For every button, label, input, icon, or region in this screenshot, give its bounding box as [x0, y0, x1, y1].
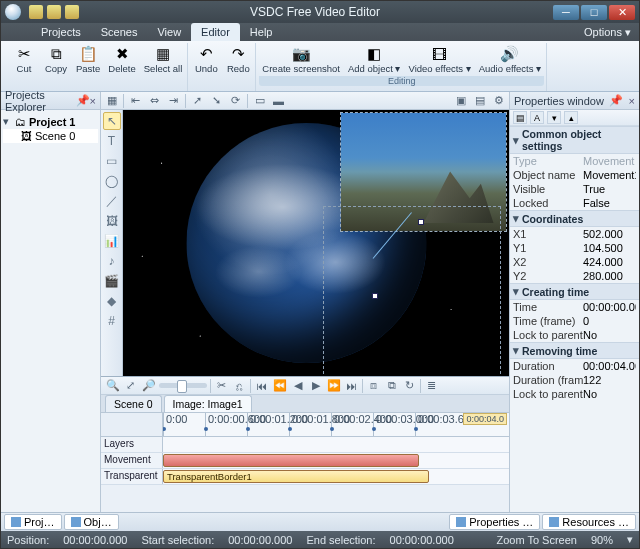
video-effects-button[interactable]: 🎞Video effects ▾: [406, 43, 474, 75]
tab-projects[interactable]: Projects: [31, 23, 91, 41]
prop-row[interactable]: TypeMovement: [510, 154, 639, 168]
ct-rotate-icon[interactable]: ⟳: [228, 93, 243, 108]
ct-align-center-icon[interactable]: ⇔: [147, 93, 162, 108]
close-button[interactable]: ✕: [609, 5, 635, 20]
prop-row[interactable]: Object nameMovement1: [510, 168, 639, 182]
prop-row[interactable]: Lock to parentNo: [510, 328, 639, 342]
prop-row[interactable]: Duration (fram122: [510, 373, 639, 387]
pt-expand-icon[interactable]: ▾: [547, 111, 561, 124]
screenshot-button[interactable]: 📷Create screenshot: [259, 43, 343, 75]
prop-section[interactable]: ▾Creating time: [510, 283, 639, 300]
tl-last-icon[interactable]: ⏭: [344, 378, 359, 393]
prop-row[interactable]: X1502.000: [510, 227, 639, 241]
maximize-button[interactable]: □: [581, 5, 607, 20]
prop-row[interactable]: Duration00:00:04.066: [510, 359, 639, 373]
vt-video-icon[interactable]: 🎬: [103, 272, 121, 290]
tl-tab-scene[interactable]: Scene 0: [105, 395, 162, 412]
undo-button[interactable]: ↶Undo: [191, 43, 221, 75]
btab-resources[interactable]: Resources …: [542, 514, 636, 530]
path-handle-start[interactable]: [418, 219, 424, 225]
status-zoom-dropdown-icon[interactable]: ▾: [627, 533, 633, 546]
project-node[interactable]: ▾🗂Project 1: [3, 114, 98, 129]
vt-image-icon[interactable]: 🖼: [103, 212, 121, 230]
prop-row[interactable]: LockedFalse: [510, 196, 639, 210]
prop-section[interactable]: ▾Removing time: [510, 342, 639, 359]
delete-button[interactable]: ✖Delete: [105, 43, 138, 75]
tl-marker-icon[interactable]: ⧈: [366, 378, 381, 393]
vt-ellipse-icon[interactable]: ◯: [103, 172, 121, 190]
pt-az-icon[interactable]: A: [530, 111, 544, 124]
ct-layer-icon-2[interactable]: ▬: [271, 93, 286, 108]
preview-canvas[interactable]: [123, 110, 509, 376]
tl-zoom-fit-icon[interactable]: ⤢: [123, 378, 138, 393]
ct-align-left-icon[interactable]: ⇤: [128, 93, 143, 108]
tl-zoom-slider[interactable]: [159, 383, 207, 388]
prop-row[interactable]: Time (frame)0: [510, 314, 639, 328]
tl-cut-icon[interactable]: ✂: [214, 378, 229, 393]
properties-pin-icon[interactable]: 📌: [609, 94, 623, 107]
prop-row[interactable]: Y1104.500: [510, 241, 639, 255]
tl-split-icon[interactable]: ⎌: [232, 378, 247, 393]
redo-button[interactable]: ↷Redo: [223, 43, 253, 75]
tab-view[interactable]: View: [147, 23, 191, 41]
tl-zoom-out-icon[interactable]: 🔍: [105, 378, 120, 393]
btab-properties[interactable]: Properties …: [449, 514, 540, 530]
minimize-button[interactable]: ─: [553, 5, 579, 20]
qat-new-icon[interactable]: [29, 5, 43, 19]
tl-fwd-icon[interactable]: ⏩: [326, 378, 341, 393]
audio-effects-button[interactable]: 🔊Audio effects ▾: [476, 43, 544, 75]
tl-back-icon[interactable]: ◀: [290, 378, 305, 393]
ct-grid-icon[interactable]: ▦: [104, 93, 119, 108]
clip-movement[interactable]: [163, 454, 419, 467]
status-zoom-label[interactable]: Zoom To Screen: [496, 534, 577, 546]
prop-row[interactable]: VisibleTrue: [510, 182, 639, 196]
vt-chart-icon[interactable]: 📊: [103, 232, 121, 250]
pt-cat-icon[interactable]: ▤: [513, 111, 527, 124]
prop-row[interactable]: Time00:00:00.000: [510, 300, 639, 314]
path-handle-end[interactable]: [372, 293, 378, 299]
ct-view-icon[interactable]: ▣: [453, 93, 468, 108]
prop-section[interactable]: ▾Coordinates: [510, 210, 639, 227]
add-object-button[interactable]: ◧Add object ▾: [345, 43, 404, 75]
tl-loop-icon[interactable]: ↻: [402, 378, 417, 393]
tl-layers-icon[interactable]: ≣: [424, 378, 439, 393]
tl-play-icon[interactable]: ▶: [308, 378, 323, 393]
btab-objects[interactable]: Obj…: [64, 514, 119, 530]
ct-arrow-icon[interactable]: ➚: [190, 93, 205, 108]
options-menu[interactable]: Options ▾: [576, 23, 639, 41]
qat-open-icon[interactable]: [47, 5, 61, 19]
vt-counter-icon[interactable]: #: [103, 312, 121, 330]
timeline-end-marker[interactable]: 0:00:04.0: [463, 413, 507, 425]
tl-zoom-in-icon[interactable]: 🔎: [141, 378, 156, 393]
timeline-row-movement[interactable]: Movement: [101, 453, 509, 469]
tl-tab-image[interactable]: Image: Image1: [164, 395, 252, 412]
selection-rect[interactable]: [323, 206, 501, 376]
timeline-row-transparent[interactable]: Transparent TransparentBorder1: [101, 469, 509, 485]
prop-section[interactable]: ▾Common object settings: [510, 126, 639, 154]
timeline-ruler[interactable]: 0:00 0:00:00.600 0:00:01.200 0:00:01.800…: [101, 413, 509, 437]
tl-prev-icon[interactable]: ⏪: [272, 378, 287, 393]
prop-row[interactable]: Lock to parentNo: [510, 387, 639, 401]
prop-row[interactable]: Y2280.000: [510, 269, 639, 283]
pt-collapse-icon[interactable]: ▴: [564, 111, 578, 124]
vt-sprite-icon[interactable]: ◆: [103, 292, 121, 310]
vt-rect-icon[interactable]: ▭: [103, 152, 121, 170]
vt-text-icon[interactable]: T: [103, 132, 121, 150]
vt-line-icon[interactable]: ／: [103, 192, 121, 210]
btab-projects[interactable]: Proj…: [4, 514, 62, 530]
properties-close-icon[interactable]: ×: [629, 95, 635, 107]
select-all-button[interactable]: ▦Select all: [141, 43, 186, 75]
explorer-close-icon[interactable]: ×: [90, 95, 96, 107]
vt-pointer-icon[interactable]: ↖: [103, 112, 121, 130]
paste-button[interactable]: 📋Paste: [73, 43, 103, 75]
qat-save-icon[interactable]: [65, 5, 79, 19]
ct-arrow-icon-2[interactable]: ➘: [209, 93, 224, 108]
prop-row[interactable]: X2424.000: [510, 255, 639, 269]
tl-first-icon[interactable]: ⏮: [254, 378, 269, 393]
tl-region-icon[interactable]: ⧉: [384, 378, 399, 393]
tab-scenes[interactable]: Scenes: [91, 23, 148, 41]
vt-audio-icon[interactable]: ♪: [103, 252, 121, 270]
explorer-pin-icon[interactable]: 📌: [76, 94, 90, 107]
tab-editor[interactable]: Editor: [191, 23, 240, 41]
ct-align-right-icon[interactable]: ⇥: [166, 93, 181, 108]
